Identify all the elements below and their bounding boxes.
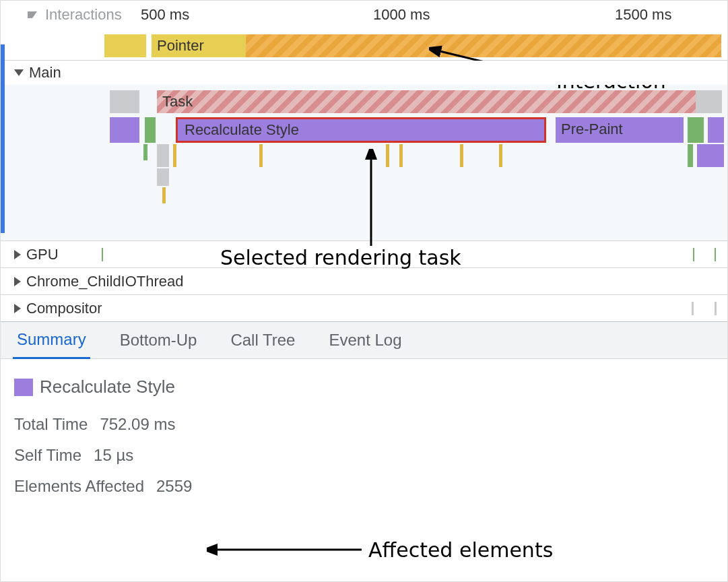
- total-time-value: 752.09 ms: [100, 415, 175, 434]
- task-label: Task: [162, 93, 193, 110]
- pointer-striped-region: [246, 34, 721, 57]
- gray-subblock[interactable]: [157, 168, 169, 186]
- childio-track-row[interactable]: Chrome_ChildIOThread: [1, 268, 727, 295]
- flame-chart-area[interactable]: Task Recalculate Style Pre-Paint: [1, 85, 727, 240]
- yellow-tick[interactable]: [259, 144, 263, 167]
- purple-tail-block[interactable]: [708, 117, 724, 143]
- chevron-right-icon: [14, 277, 21, 286]
- pointer-pre-block[interactable]: [104, 34, 146, 57]
- self-time-value: 15 µs: [94, 446, 133, 465]
- interactions-row: Pointer: [1, 30, 727, 60]
- green-block-b[interactable]: [688, 117, 704, 143]
- chevron-right-icon: [14, 304, 21, 313]
- annotation-selected-task: Selected rendering task: [220, 246, 461, 269]
- summary-heading: Recalculate Style: [14, 377, 714, 397]
- main-thread-label: Main: [29, 64, 61, 82]
- self-time-row: Self Time 15 µs: [14, 446, 714, 465]
- task-block-gray[interactable]: [110, 90, 139, 113]
- tab-event-log[interactable]: Event Log: [325, 323, 405, 358]
- gpu-mark: [715, 248, 716, 261]
- event-color-swatch: [14, 379, 33, 396]
- selection-range-indicator: [1, 44, 5, 233]
- chevron-down-icon: [28, 11, 37, 18]
- annotation-arrow-affected-elements: [207, 540, 368, 560]
- yellow-tick[interactable]: [173, 144, 176, 167]
- total-time-label: Total Time: [14, 415, 88, 434]
- green-mark[interactable]: [143, 144, 147, 160]
- tab-bottom-up[interactable]: Bottom-Up: [116, 323, 201, 358]
- compositor-track-row[interactable]: Compositor: [1, 295, 727, 322]
- green-mark[interactable]: [688, 144, 693, 167]
- elements-affected-label: Elements Affected: [14, 477, 144, 496]
- annotation-affected-elements: Affected elements: [368, 538, 553, 562]
- summary-title: Recalculate Style: [40, 377, 175, 397]
- main-thread-header[interactable]: Main: [1, 61, 727, 85]
- subtask-row-3: [1, 144, 727, 167]
- pre-paint-block[interactable]: Pre-Paint: [556, 117, 684, 143]
- tab-call-tree[interactable]: Call Tree: [226, 323, 299, 358]
- long-task-block[interactable]: Task: [157, 90, 722, 113]
- elements-affected-row: Elements Affected 2559: [14, 477, 714, 496]
- details-panel: Recalculate Style Total Time 752.09 ms S…: [1, 359, 727, 525]
- compositor-mark: [692, 302, 694, 315]
- compositor-label: Compositor: [26, 300, 102, 317]
- task-tail-gray[interactable]: [696, 90, 722, 113]
- recalc-style-label: Recalculate Style: [185, 121, 299, 139]
- time-tick-1000: 1000 ms: [373, 6, 430, 24]
- subtask-row-5: [1, 187, 727, 203]
- gpu-label: GPU: [26, 246, 59, 263]
- time-tick-1500: 1500 ms: [615, 6, 671, 24]
- chevron-right-icon: [14, 250, 21, 259]
- time-tick-500: 500 ms: [141, 6, 189, 24]
- gpu-mark: [102, 248, 103, 261]
- recalculate-style-block[interactable]: Recalculate Style: [176, 117, 546, 143]
- task-row: Task: [1, 90, 727, 113]
- gray-subblock[interactable]: [157, 144, 169, 167]
- yellow-tick[interactable]: [386, 144, 389, 167]
- self-time-label: Self Time: [14, 446, 81, 465]
- timeline-header: Interactions 500 ms 1000 ms 1500 ms: [1, 1, 727, 30]
- interactions-label-text: Interactions: [45, 6, 122, 24]
- yellow-tick[interactable]: [399, 144, 403, 167]
- elements-affected-value: 2559: [156, 477, 192, 496]
- subtask-row: Recalculate Style Pre-Paint: [1, 117, 727, 143]
- yellow-tick[interactable]: [499, 144, 502, 167]
- green-block-a[interactable]: [145, 117, 156, 143]
- gpu-mark: [693, 248, 694, 261]
- purple-sub-block[interactable]: [697, 144, 724, 167]
- total-time-row: Total Time 752.09 ms: [14, 415, 714, 434]
- pre-paint-label: Pre-Paint: [561, 121, 623, 138]
- purple-block-pre[interactable]: [110, 117, 139, 143]
- pointer-interaction-block[interactable]: Pointer: [152, 34, 721, 57]
- pointer-label: Pointer: [157, 37, 204, 55]
- chevron-down-icon: [14, 69, 24, 76]
- interactions-track-label[interactable]: Interactions: [28, 6, 122, 24]
- childio-label: Chrome_ChildIOThread: [26, 273, 184, 290]
- details-tab-bar: Summary Bottom-Up Call Tree Event Log: [1, 322, 727, 359]
- compositor-mark: [715, 302, 717, 315]
- yellow-tick[interactable]: [162, 187, 166, 203]
- yellow-tick[interactable]: [460, 144, 463, 167]
- tab-summary[interactable]: Summary: [13, 322, 90, 359]
